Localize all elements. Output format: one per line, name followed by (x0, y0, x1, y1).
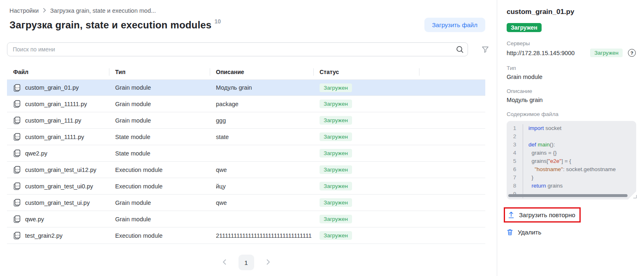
table-row[interactable]: </> qwe2.py State module Загружен (7, 145, 485, 162)
table-row[interactable]: </> custom_grain_01.py Grain module Моду… (7, 79, 485, 96)
reupload-button[interactable]: Загрузить повторно (505, 209, 579, 221)
search-icon[interactable] (456, 46, 464, 53)
file-cell: </> test_grain2.py (7, 232, 109, 239)
line-text: def main(): (523, 141, 555, 149)
breadcrumb-settings[interactable]: Настройки (9, 7, 39, 14)
description-cell: йцу (210, 183, 313, 190)
file-code-icon: </> (13, 215, 21, 223)
status-cell: Загружен (313, 149, 419, 158)
line-number: 2 (507, 132, 523, 141)
file-code-icon: </> (13, 84, 21, 92)
chevron-left-icon[interactable] (220, 257, 229, 268)
type-cell: Execution module (109, 183, 210, 190)
status-cell: Загружен (313, 132, 419, 141)
description-cell: package (210, 101, 313, 107)
reupload-label: Загрузить повторно (519, 211, 575, 218)
files-table: Файл Тип Описание Статус </> custom_grai… (7, 65, 485, 244)
file-name: custom_grain_test_ui12.py (25, 167, 96, 173)
svg-text:</>: </> (16, 234, 20, 237)
code-line: 2 (507, 132, 636, 141)
file-cell: </> custom_grain_01.py (7, 84, 109, 92)
servers-label: Серверы (507, 40, 636, 46)
delete-button[interactable]: Удалить (507, 226, 636, 239)
line-text: return grains (523, 182, 563, 190)
trash-icon (507, 229, 513, 236)
type-cell: Execution module (109, 232, 210, 239)
detail-status-badge: Загружен (507, 23, 542, 32)
file-cell: </> custom_grain_111.py (7, 116, 109, 124)
table-row[interactable]: </> qwe.py Grain module Загружен (7, 211, 485, 227)
line-number: 4 (507, 149, 523, 157)
detail-panel: custom_grain_01.py Загружен Серверы http… (497, 0, 644, 276)
breadcrumb-current: Загрузка grain, state и execution mod... (50, 7, 156, 14)
svg-text:</>: </> (16, 135, 20, 138)
code-line: 5 grains["e2e"] = { (507, 157, 636, 165)
file-cell: </> custom_grain_1111.py (7, 133, 109, 141)
column-header-status: Статус (313, 65, 419, 79)
file-name: qwe2.py (25, 150, 47, 157)
status-cell: Загружен (313, 165, 419, 174)
resize-grip-icon[interactable] (633, 195, 637, 198)
column-header-empty (419, 65, 485, 79)
code-line: 4 grains = {} (507, 149, 636, 157)
status-cell: Загружен (313, 231, 419, 240)
column-header-file: Файл (7, 65, 109, 79)
line-text: grains = {} (523, 149, 557, 157)
breadcrumb: Настройки Загрузка grain, state и execut… (9, 7, 497, 14)
status-badge: Загружен (320, 198, 352, 207)
detail-file-title: custom_grain_01.py (507, 8, 636, 16)
horizontal-scrollbar[interactable] (508, 194, 628, 197)
status-badge: Загружен (320, 215, 352, 223)
table-body: </> custom_grain_01.py Grain module Моду… (7, 79, 485, 244)
type-value: Grain module (507, 74, 636, 80)
question-circle-icon[interactable]: ? (628, 49, 636, 57)
svg-text:</>: </> (16, 86, 20, 88)
status-badge: Загружен (320, 116, 352, 125)
description-cell: qwe (210, 199, 313, 206)
code-lines: 1 import socket 2 3 def main(): 4 grains… (507, 124, 636, 198)
file-cell: </> custom_grain_test_ui12.py (7, 166, 109, 174)
file-cell: </> custom_grain_test_ui.py (7, 199, 109, 206)
line-number: 3 (507, 141, 523, 149)
status-cell: Загружен (313, 116, 419, 125)
items-count: 10 (214, 18, 221, 25)
funnel-icon[interactable] (482, 46, 489, 53)
upload-file-button[interactable]: Загрузить файл (424, 18, 485, 32)
file-cell: </> custom_grain_test_ui0.py (7, 182, 109, 190)
status-badge: Загружен (320, 182, 352, 190)
type-cell: State module (109, 150, 210, 157)
table-row[interactable]: </> custom_grain_test_ui.py Grain module… (7, 195, 485, 211)
table-row[interactable]: </> custom_grain_1111.py State module st… (7, 129, 485, 145)
table-header: Файл Тип Описание Статус (7, 65, 485, 79)
page-number-button[interactable]: 1 (239, 255, 254, 270)
upload-icon (508, 211, 514, 218)
type-cell: Grain module (109, 84, 210, 91)
status-badge: Загружен (320, 231, 352, 240)
file-name: qwe.py (25, 216, 44, 223)
table-row[interactable]: </> custom_grain_test_ui12.py Execution … (7, 162, 485, 178)
code-viewer[interactable]: 1 import socket 2 3 def main(): 4 grains… (507, 121, 636, 199)
file-name: custom_grain_111.py (25, 117, 81, 124)
line-text: import socket (523, 124, 561, 132)
line-number: 6 (507, 165, 523, 174)
file-name: test_grain2.py (25, 232, 63, 239)
table-row[interactable]: </> custom_grain_test_ui0.py Execution m… (7, 178, 485, 195)
pagination: 1 (7, 255, 485, 270)
chevron-right-icon[interactable] (264, 257, 272, 268)
status-badge: Загружен (320, 100, 352, 108)
file-code-icon: </> (13, 166, 21, 174)
status-cell: Загружен (313, 83, 419, 92)
code-line: 7 } (507, 174, 636, 182)
svg-text:</>: </> (16, 168, 20, 171)
description-label: Описание (507, 88, 636, 94)
column-header-type: Тип (109, 65, 210, 79)
status-badge: Загружен (320, 132, 352, 141)
table-row[interactable]: </> custom_grain_11111.py Grain module p… (7, 96, 485, 112)
type-cell: Grain module (109, 199, 210, 206)
description-cell: Модуль grain (210, 84, 313, 91)
file-code-icon: </> (13, 133, 21, 141)
table-row[interactable]: </> test_grain2.py Execution module 2111… (7, 227, 485, 244)
search-input[interactable] (7, 42, 468, 56)
file-code-icon: </> (13, 100, 21, 108)
table-row[interactable]: </> custom_grain_111.py Grain module ggg… (7, 112, 485, 129)
